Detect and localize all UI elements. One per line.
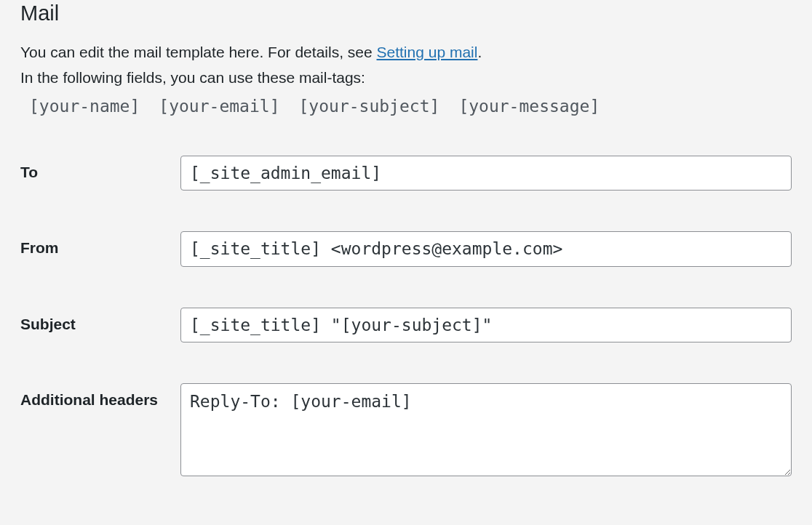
setting-up-mail-link[interactable]: Setting up mail bbox=[377, 44, 478, 60]
label-subject: Subject bbox=[20, 308, 180, 334]
subject-input[interactable] bbox=[180, 308, 792, 342]
desc-line-1: You can edit the mail template here. For… bbox=[20, 40, 792, 65]
mail-tag: [your-subject] bbox=[299, 93, 440, 121]
mail-tag: [your-name] bbox=[29, 93, 140, 121]
label-from: From bbox=[20, 231, 180, 258]
mail-tag: [your-message] bbox=[458, 93, 600, 121]
section-title: Mail bbox=[20, 0, 792, 25]
mail-tags-list: [your-name] [your-email] [your-subject] … bbox=[20, 93, 792, 121]
desc-line-2: In the following fields, you can use the… bbox=[20, 65, 792, 91]
row-additional-headers: Additional headers Reply-To: [your-email… bbox=[20, 383, 792, 479]
row-subject: Subject bbox=[20, 308, 792, 342]
field-wrap-subject bbox=[180, 308, 792, 342]
label-to: To bbox=[20, 156, 180, 183]
field-wrap-from bbox=[180, 231, 792, 266]
row-from: From bbox=[20, 231, 792, 266]
desc-prefix: You can edit the mail template here. For… bbox=[20, 44, 377, 60]
from-input[interactable] bbox=[180, 231, 792, 266]
section-description: You can edit the mail template here. For… bbox=[20, 40, 792, 121]
desc-suffix: . bbox=[477, 44, 482, 60]
mail-settings-section: Mail You can edit the mail template here… bbox=[0, 0, 812, 514]
field-wrap-additional-headers: Reply-To: [your-email] bbox=[180, 383, 792, 479]
field-wrap-to bbox=[180, 156, 792, 191]
to-input[interactable] bbox=[180, 156, 792, 191]
row-to: To bbox=[20, 156, 792, 191]
additional-headers-textarea[interactable]: Reply-To: [your-email] bbox=[180, 383, 792, 476]
mail-tag: [your-email] bbox=[159, 93, 279, 121]
label-additional-headers: Additional headers bbox=[20, 383, 180, 410]
